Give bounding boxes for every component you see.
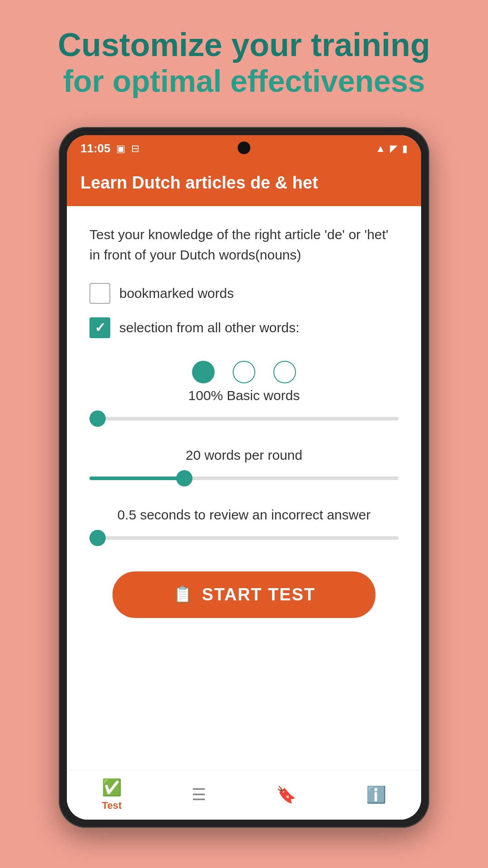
radio-dot-2[interactable] (233, 361, 255, 383)
radio-dot-3[interactable] (273, 361, 296, 383)
radio-label: 100% Basic words (89, 388, 399, 403)
nav-item-list[interactable]: ☰ (192, 785, 206, 804)
words-per-round-slider-container (89, 472, 399, 494)
page-title-line1: Customize your training (36, 27, 452, 63)
bottom-nav: ✅ Test ☰ 🔖 ℹ️ (67, 770, 421, 820)
start-test-label: START TEST (202, 585, 316, 604)
page-header: Customize your training for optimal effe… (0, 0, 488, 123)
review-seconds-label: 0.5 seconds to review an incorrect answe… (89, 507, 399, 523)
all-words-checkbox[interactable]: ✓ (89, 317, 110, 338)
nav-item-bookmark[interactable]: 🔖 (276, 785, 296, 804)
words-per-round-slider-track[interactable] (89, 476, 399, 480)
words-per-round-label: 20 words per round (89, 448, 399, 463)
info-icon: ℹ️ (366, 785, 386, 804)
words-ratio-slider-thumb[interactable] (89, 410, 106, 427)
status-time: 11:05 (80, 142, 111, 156)
status-bar: 11:05 ▣ ⊟ ▲ ◤ ▮ (67, 135, 421, 162)
sim-icon: ▣ (116, 143, 126, 155)
app-bar-title: Learn Dutch articles de & het (80, 173, 408, 193)
bookmark-icon: 🔖 (276, 785, 296, 804)
content-area: Test your knowledge of the right article… (67, 206, 421, 770)
bookmarked-label: bookmarked words (119, 286, 234, 301)
camera-notch (238, 142, 250, 154)
all-words-label: selection from all other words: (119, 320, 300, 335)
signal-icon: ◤ (390, 143, 398, 155)
nav-item-info[interactable]: ℹ️ (366, 785, 386, 804)
nav-item-test[interactable]: ✅ Test (102, 778, 122, 811)
bookmarked-words-row[interactable]: bookmarked words (89, 283, 399, 304)
words-per-round-slider-fill (89, 476, 182, 480)
words-per-round-slider-thumb[interactable] (176, 470, 192, 486)
phone-frame: 11:05 ▣ ⊟ ▲ ◤ ▮ Learn Dutch articles de … (59, 127, 429, 828)
bookmarked-checkbox[interactable] (89, 283, 110, 304)
description-text: Test your knowledge of the right article… (89, 224, 399, 265)
all-words-row[interactable]: ✓ selection from all other words: (89, 317, 399, 338)
test-icon: ✅ (102, 778, 122, 797)
app-bar: Learn Dutch articles de & het (67, 162, 421, 206)
media-icon: ⊟ (131, 143, 139, 155)
test-nav-label: Test (102, 800, 122, 811)
words-ratio-slider-track[interactable] (89, 417, 399, 420)
start-test-button[interactable]: 📋 START TEST (113, 571, 375, 618)
page-title-line2: for optimal effectiveness (36, 63, 452, 100)
phone-screen: 11:05 ▣ ⊟ ▲ ◤ ▮ Learn Dutch articles de … (67, 135, 421, 820)
list-icon: ☰ (192, 785, 206, 804)
words-ratio-slider-container (89, 412, 399, 434)
battery-icon: ▮ (402, 143, 408, 155)
start-test-icon: 📋 (173, 585, 193, 604)
review-seconds-slider-track[interactable] (89, 536, 399, 540)
radio-dot-1[interactable] (192, 361, 215, 383)
wifi-icon: ▲ (375, 143, 385, 155)
radio-group (89, 361, 399, 383)
review-seconds-slider-thumb[interactable] (89, 530, 106, 546)
review-seconds-slider-container (89, 532, 399, 553)
